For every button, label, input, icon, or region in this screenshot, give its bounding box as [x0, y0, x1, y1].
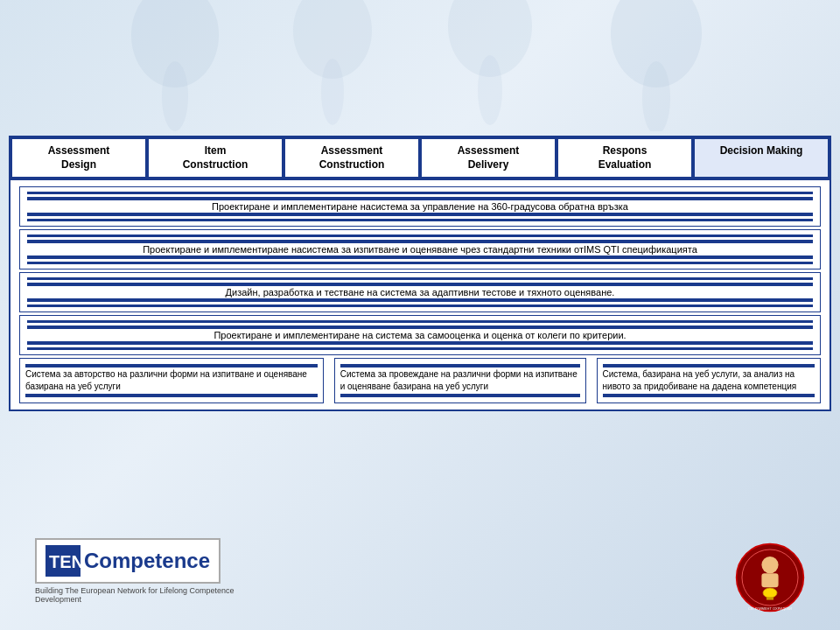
- phase-assessment-delivery: AssessmentDelivery: [420, 137, 556, 178]
- svg-point-3: [321, 59, 344, 125]
- bottom-box-right: Система, базирана на уеб услуги, за анал…: [597, 358, 821, 403]
- row-4: Проектиране и имплементиране на система …: [19, 315, 821, 355]
- tencompetence-logo: TEN Competence Building The European Net…: [35, 538, 262, 604]
- logo-graphic: TEN Competence: [35, 538, 220, 584]
- content-rows: Проектиране и имплементиране насистема з…: [10, 180, 830, 410]
- svg-rect-13: [761, 573, 778, 587]
- svg-point-7: [642, 61, 670, 131]
- bottom-box-left: Система за авторство на различни форми н…: [19, 358, 324, 403]
- right-logo: СВ. КЛИМЕНТ ОХРИДСКИ: [735, 542, 805, 612]
- bottom-boxes-row: Система за авторство на различни форми н…: [19, 358, 821, 403]
- svg-text:СВ. КЛИМЕНТ ОХРИДСКИ: СВ. КЛИМЕНТ ОХРИДСКИ: [748, 606, 792, 611]
- right-logo-svg: СВ. КЛИМЕНТ ОХРИДСКИ: [735, 542, 805, 612]
- svg-point-5: [478, 55, 502, 125]
- phase-item-construction: ItemConstruction: [147, 137, 284, 178]
- row-1: Проектиране и имплементиране насистема з…: [19, 186, 821, 227]
- main-diagram: AssessmentDesign ItemConstruction Assess…: [9, 136, 831, 411]
- row-2: Проектиране и имплементиране насистема з…: [19, 229, 821, 270]
- svg-point-12: [761, 556, 778, 573]
- svg-point-1: [162, 61, 188, 131]
- bottom-box-middle: Система за провеждане на различни форми …: [334, 358, 586, 403]
- svg-point-6: [611, 0, 702, 88]
- svg-point-4: [448, 0, 532, 77]
- row-3: Дизайн, разработка и тестване на система…: [19, 272, 821, 312]
- ten-logo-icon: TEN: [46, 545, 80, 577]
- phase-decision-making: Decision Making: [693, 137, 830, 178]
- logo-subtitle: Building The European Network for Lifelo…: [35, 586, 262, 604]
- svg-rect-15: [766, 597, 774, 599]
- phase-assessment-design: AssessmentDesign: [10, 137, 147, 178]
- phases-row: AssessmentDesign ItemConstruction Assess…: [10, 137, 830, 180]
- svg-point-14: [763, 588, 777, 598]
- phase-assessment-construction: AssessmentConstruction: [284, 137, 420, 178]
- competence-label: Competence: [84, 549, 210, 573]
- phase-respons-evaluation: ResponsEvaluation: [556, 137, 693, 178]
- svg-point-2: [293, 0, 372, 79]
- svg-text:TEN: TEN: [49, 552, 80, 571]
- svg-point-0: [131, 0, 219, 88]
